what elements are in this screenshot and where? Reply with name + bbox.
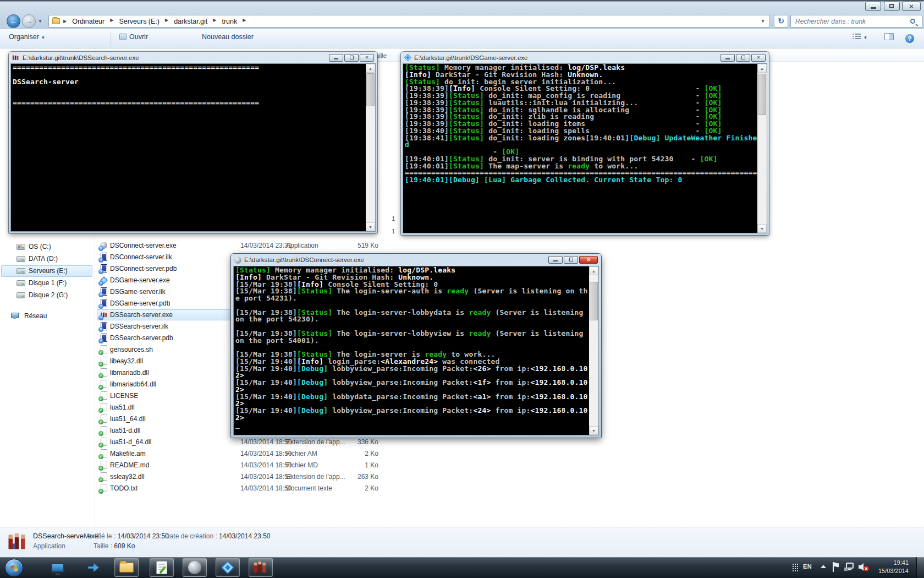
help-button[interactable]: ? — [905, 33, 914, 43]
address-dropdown-icon[interactable]: ▼ — [761, 19, 769, 24]
scroll-thumb[interactable] — [366, 73, 375, 106]
dsconnect-console-window[interactable]: E:\darkstar.git\trunk\DSConnect-server.e… — [231, 254, 601, 438]
taskbar-notepad-button[interactable] — [150, 558, 174, 577]
file-icon: ? — [100, 287, 108, 296]
views-icon — [853, 33, 861, 40]
search-input[interactable]: Rechercher dans : trunk — [790, 15, 922, 28]
dssearch-minimize-button[interactable] — [329, 54, 343, 62]
dsgame-console-window[interactable]: E:\darkstar.git\trunk\DSGame-server.exe … — [401, 52, 769, 235]
details-pane: DSSearch-server.exe Application Modifié … — [0, 527, 924, 557]
breadcrumb-item[interactable]: Serveurs (E:) — [114, 18, 164, 25]
breadcrumb-item[interactable]: trunk — [217, 18, 241, 25]
address-bar[interactable]: ▶ Ordinateur▶Serveurs (E:)▶darkstar.git▶… — [48, 15, 770, 28]
minimize-button[interactable] — [865, 2, 881, 11]
breadcrumb-item[interactable]: darkstar.git — [169, 18, 212, 25]
scroll-up-icon[interactable]: ▲ — [589, 266, 598, 275]
dsgame-title-bar[interactable]: E:\darkstar.git\trunk\DSGame-server.exe … — [401, 52, 769, 63]
dssearch-maximize-button[interactable] — [344, 54, 359, 62]
breadcrumb-item[interactable]: Ordinateur — [68, 18, 109, 25]
t­ray-expand-icon[interactable] — [821, 565, 826, 568]
scroll-thumb[interactable] — [590, 282, 598, 320]
dsgame-close-button[interactable]: ✕ — [751, 54, 766, 62]
forward-button[interactable]: → — [22, 14, 36, 28]
dssearch-console-output: ========================================… — [13, 64, 366, 231]
scroll-thumb[interactable] — [758, 74, 766, 115]
network-icon[interactable] — [844, 563, 855, 578]
taskbar-dsgame-button[interactable] — [216, 558, 240, 577]
history-dropdown-icon[interactable]: ▼ — [38, 19, 42, 24]
show-desktop-button[interactable] — [916, 557, 924, 578]
details-created: Date de création : 14/03/2014 23:50 — [165, 532, 271, 540]
explorer-window-controls: ✕ — [865, 2, 921, 12]
taskbar-dssearch-button[interactable] — [249, 558, 273, 577]
breadcrumb: Ordinateur▶Serveurs (E:)▶darkstar.git▶tr… — [68, 18, 247, 25]
preview-pane-icon — [884, 33, 894, 40]
views-button[interactable]: ▼ — [853, 33, 867, 41]
scroll-down-icon[interactable]: ▼ — [589, 426, 598, 435]
file-row[interactable]: ✓README.md14/03/2014 18:50Fichier MD1 Ko — [95, 460, 865, 471]
desktop: { "colors": { "console_bg": "#000000", "… — [0, 0, 924, 578]
folder-icon — [52, 18, 60, 24]
clock-time: 19:41 — [866, 559, 909, 567]
file-row[interactable]: ✓TODO.txt14/03/2014 18:50Document texte2… — [95, 483, 865, 494]
dssearch-scrollbar[interactable]: ▲ ▼ — [366, 64, 375, 231]
sprites-icon — [253, 561, 268, 575]
dsgame-scrollbar[interactable]: ▲ ▼ — [757, 64, 767, 233]
file-row[interactable]: ✓Makefile.am14/03/2014 18:50Fichier AM2 … — [95, 448, 865, 460]
nouveau-dossier-button[interactable]: Nouveau dossier — [202, 33, 254, 41]
file-icon: ✓ — [100, 438, 108, 446]
organiser-button[interactable]: Organiser ▼ — [9, 33, 45, 41]
preview-pane-button[interactable] — [884, 33, 894, 41]
search-icon — [910, 19, 915, 24]
sidebar-item-r-seau[interactable]: Réseau — [0, 310, 94, 322]
file-row[interactable]: ✓ssleay32.dll14/03/2014 18:52Extension d… — [95, 471, 865, 483]
dsgame-maximize-button[interactable] — [736, 54, 750, 62]
dsconnect-close-button[interactable]: ✕ — [579, 256, 598, 264]
file-icon: ? — [100, 310, 108, 319]
sphere-icon — [188, 561, 201, 574]
file-icon: ? — [100, 253, 108, 261]
start-button[interactable] — [5, 559, 23, 577]
scroll-up-icon[interactable]: ▲ — [366, 64, 375, 73]
taskbar-arrow-app-icon[interactable] — [81, 558, 106, 577]
ouvrir-button[interactable]: Ouvrir — [119, 33, 148, 41]
scroll-up-icon[interactable]: ▲ — [757, 64, 767, 73]
command-bar: Organiser ▼ Ouvrir Nouveau dossier ▼ ? — [0, 29, 924, 48]
close-button[interactable]: ✕ — [902, 2, 921, 11]
sidebar-item-disque-2-g-[interactable]: Disque 2 (G:) — [0, 290, 94, 301]
partially-hidden-text: 1 — [392, 215, 395, 222]
language-indicator[interactable]: EN — [803, 563, 812, 578]
action-center-flag-icon[interactable] — [832, 561, 840, 578]
dsconnect-title-bar[interactable]: E:\darkstar.git\trunk\DSConnect-server.e… — [231, 254, 601, 266]
file-row[interactable]: ?DSConnect-server.exe14/03/2014 23:31App… — [95, 240, 865, 252]
dssearch-console-window[interactable]: E:\darkstar.git\trunk\DSSearch-server.ex… — [9, 52, 377, 233]
back-button[interactable]: ← — [7, 14, 20, 28]
sidebar-item-disque-1-f-[interactable]: Disque 1 (F:) — [0, 277, 94, 289]
taskbar-dsconnect-button[interactable] — [183, 558, 207, 577]
dssearch-close-button[interactable]: ✕ — [360, 54, 374, 62]
file-icon: ✓ — [100, 380, 108, 389]
dsconnect-minimize-button[interactable] — [548, 256, 563, 264]
file-icon: ✓ — [100, 403, 108, 412]
file-icon: ✓ — [100, 449, 108, 458]
dsconnect-maximize-button[interactable] — [564, 256, 578, 264]
restore-button[interactable] — [884, 2, 900, 11]
details-modified: Modifié le : 14/03/2014 23:50 — [84, 532, 169, 540]
scroll-down-icon[interactable]: ▼ — [366, 222, 375, 231]
clock[interactable]: 19:41 15/03/2014 — [866, 559, 909, 578]
taskbar-explorer-button[interactable] — [114, 558, 139, 577]
sidebar-item-os-c-[interactable]: OS (C:) — [0, 241, 94, 253]
sidebar-item-serveurs-e-[interactable]: Serveurs (E:) — [0, 265, 94, 277]
dsgame-minimize-button[interactable] — [721, 54, 735, 62]
refresh-button[interactable]: ↻ — [774, 15, 788, 28]
dsconnect-scrollbar[interactable]: ▲ ▼ — [589, 266, 598, 435]
dsgame-window-icon — [404, 54, 411, 61]
search-placeholder: Rechercher dans : trunk — [791, 18, 910, 25]
file-row[interactable]: ✓lua51-d_64.dll14/03/2014 18:50Extension… — [95, 437, 865, 448]
breadcrumb-arrow-icon: ▶ — [212, 18, 217, 25]
scroll-down-icon[interactable]: ▼ — [757, 224, 767, 233]
file-icon: ✓ — [100, 391, 108, 400]
taskbar-monitor-app-icon[interactable] — [46, 558, 70, 577]
sidebar-item-data-d-[interactable]: DATA (D:) — [0, 253, 94, 265]
dssearch-title-bar[interactable]: E:\darkstar.git\trunk\DSSearch-server.ex… — [9, 52, 377, 63]
